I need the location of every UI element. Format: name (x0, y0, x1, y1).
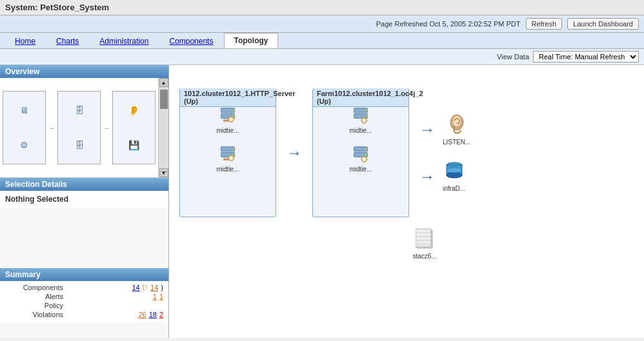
main-layout: Overview + 🖥 ⚙ → 🗄 🗄 → 👂 (0, 65, 644, 338)
server-icon-3 (352, 107, 370, 125)
tab-components[interactable]: Components (159, 34, 223, 48)
violations-v3[interactable]: 2 (159, 311, 163, 318)
alerts-v1[interactable]: 1 (153, 293, 157, 300)
mini-box-2: 🗄 🗄 (57, 91, 101, 164)
bottom-item-1[interactable]: stacz6... (216, 228, 634, 260)
selection-content: Nothing Selected (0, 191, 168, 208)
overview-content: + 🖥 ⚙ → 🗄 🗄 → 👂 💾 (0, 78, 168, 178)
summary-alerts-row: Alerts 1 1 (5, 293, 163, 300)
box2-item-1-label: midtie... (349, 127, 372, 134)
mini-arrow-2: → (103, 124, 110, 132)
database-icon (444, 161, 465, 183)
components-count[interactable]: 14 (132, 284, 139, 291)
components-up-count[interactable]: 14 (150, 284, 158, 291)
tab-topology[interactable]: Topology (224, 33, 277, 48)
ear-icon (445, 113, 468, 137)
overview-section: Overview + 🖥 ⚙ → 🗄 🗄 → 👂 (0, 65, 168, 178)
svg-point-16 (365, 110, 368, 112)
box2-item-1[interactable]: midtie... (323, 107, 398, 134)
svg-point-23 (365, 153, 368, 156)
server-icon-1 (219, 107, 237, 125)
violations-values: 26 18 2 (138, 311, 163, 318)
mini-icon-1: 🖥 (20, 105, 29, 115)
tab-home[interactable]: Home (5, 34, 45, 48)
svg-point-2 (232, 110, 235, 112)
right-item-2-label: infraD... (443, 185, 465, 192)
right-row-2: → infraD... (419, 161, 470, 192)
selection-section: Selection Details Nothing Selected (0, 178, 168, 268)
box1-item-1[interactable]: midtie... (190, 107, 265, 134)
svg-point-22 (365, 148, 368, 151)
alerts-label: Alerts (5, 293, 63, 300)
overview-zoom-out[interactable]: − (162, 167, 167, 176)
topology-arrow-2: → (419, 121, 435, 139)
topology-panel: 1012.cluster1012_1.HTTP_Server (Up) (169, 65, 644, 338)
topology-box-oc4j: Farm1012.cluster1012_1.oc4j_2 (Up) midti… (312, 88, 409, 217)
nav-tabs: Home Charts Administration Components To… (0, 33, 644, 49)
summary-header: Summary (0, 268, 168, 281)
alerts-values: 1 1 (153, 293, 163, 300)
summary-components-row: Components 14 (↑14) (5, 284, 163, 291)
svg-point-6 (230, 118, 232, 121)
tab-charts[interactable]: Charts (46, 34, 88, 48)
view-data-bar: View Data Real Time: Manual Refresh Hist… (0, 49, 644, 65)
refresh-button[interactable]: Refresh (526, 18, 563, 30)
scroll-thumb (160, 90, 168, 109)
title-bar: System: PetStore_System (0, 0, 644, 15)
topology-container: 1012.cluster1012_1.HTTP_Server (Up) (179, 88, 634, 217)
topology-box-http: 1012.cluster1012_1.HTTP_Server (Up) (179, 88, 276, 217)
svg-point-17 (365, 115, 368, 117)
policy-label: Policy (5, 302, 63, 309)
mini-icon-5: 👂 (128, 105, 139, 115)
components-values: 14 (↑14) (132, 284, 163, 291)
stack-icon (416, 228, 434, 251)
right-item-1-label: LISTEN... (443, 139, 470, 146)
alerts-v2[interactable]: 1 (159, 293, 163, 300)
selection-header: Selection Details (0, 178, 168, 191)
violations-v1[interactable]: 26 (138, 311, 146, 318)
box2-item-2[interactable]: midtie... (323, 146, 398, 173)
svg-point-30 (447, 173, 462, 178)
summary-policy-row: Policy (5, 302, 163, 309)
overview-header: Overview (0, 65, 168, 78)
box1-item-2[interactable]: midtie... (190, 146, 265, 173)
mini-icon-2: ⚙ (20, 140, 28, 150)
mini-arrow-1: → (48, 124, 55, 132)
svg-point-31 (447, 168, 462, 173)
server-icon-4 (352, 146, 370, 164)
box1-item-2-label: midtie... (216, 166, 239, 173)
topology-arrow-3: → (419, 168, 435, 186)
view-data-label: View Data (497, 53, 529, 61)
page-refreshed-text: Page Refreshed Oct 5, 2005 2:02:52 PM PD… (376, 20, 521, 28)
components-paren-close: ) (161, 284, 163, 291)
violations-v2[interactable]: 18 (149, 311, 157, 318)
topology-right-items: → LISTEN... → (419, 113, 470, 192)
svg-point-25 (363, 158, 365, 161)
box2-items: midtie... midtie... (323, 107, 398, 173)
mini-icon-3: 🗄 (75, 105, 84, 115)
server-icon-2 (219, 146, 237, 164)
svg-point-19 (363, 119, 365, 122)
summary-section: Summary Components 14 (↑14) Alerts 1 1 (0, 268, 168, 338)
scroll-up-btn[interactable]: ▲ (159, 78, 168, 87)
components-up-arrow: (↑ (143, 284, 148, 291)
components-label: Components (5, 284, 63, 291)
box2-item-2-label: midtie... (349, 166, 372, 173)
mini-box-1: 🖥 ⚙ (3, 91, 46, 164)
tab-administration[interactable]: Administration (90, 34, 158, 48)
right-row-1: → LISTEN... (419, 113, 470, 146)
selection-text: Nothing Selected (5, 195, 68, 204)
topology-box-oc4j-label: Farm1012.cluster1012_1.oc4j_2 (Up) (313, 88, 408, 107)
box1-items: midtie... midtie... (190, 107, 265, 173)
launch-dashboard-button[interactable]: Launch Dashboard (567, 18, 639, 30)
view-data-select[interactable]: Real Time: Manual Refresh Historical (533, 51, 639, 63)
topology-box-http-label: 1012.cluster1012_1.HTTP_Server (Up) (180, 88, 276, 107)
mini-icon-4: 🗄 (75, 140, 84, 150)
topology-arrow-1: → (287, 144, 302, 162)
right-item-2[interactable]: infraD... (443, 161, 465, 192)
bottom-item-1-label: stacz6... (412, 253, 436, 260)
mini-scrollbar: ▲ ▼ (158, 78, 168, 177)
right-item-1[interactable]: LISTEN... (443, 113, 470, 146)
mini-box-3: 👂 💾 (112, 91, 156, 164)
mini-topology: 🖥 ⚙ → 🗄 🗄 → 👂 💾 (3, 91, 156, 164)
